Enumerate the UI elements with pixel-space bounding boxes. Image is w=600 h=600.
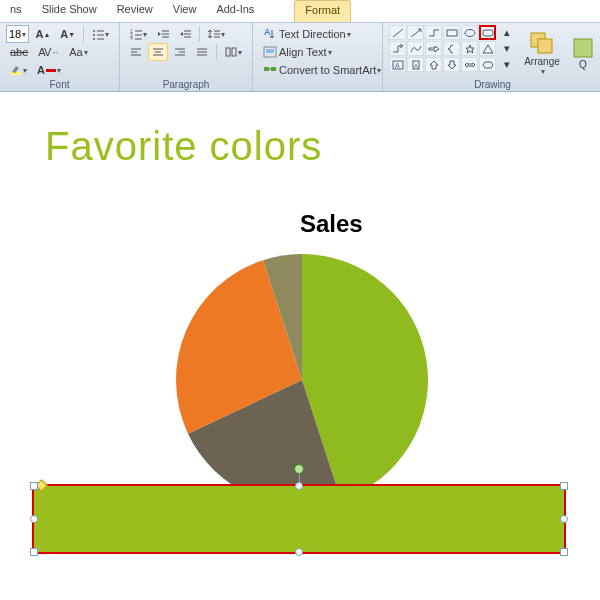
- grow-font-button[interactable]: A▲: [31, 25, 54, 43]
- align-center-button[interactable]: [148, 43, 168, 61]
- shapes-scroll-up[interactable]: ▴: [500, 25, 514, 40]
- text-direction-icon: A: [263, 27, 277, 41]
- svg-point-2: [93, 34, 95, 36]
- tab-slideshow[interactable]: Slide Show: [32, 0, 107, 22]
- shape-up-arrow[interactable]: [425, 57, 442, 72]
- shape-hexagon[interactable]: [479, 57, 496, 72]
- resize-handle-se[interactable]: [560, 548, 568, 556]
- resize-handle-s[interactable]: [295, 548, 303, 556]
- char-spacing-button[interactable]: AV↔: [34, 43, 63, 61]
- shape-rect[interactable]: [443, 25, 460, 40]
- drawing-group-label: Drawing: [383, 79, 600, 91]
- numbering-button[interactable]: 123▾: [126, 25, 151, 43]
- font-group: 18▾ A▲ A▼ ▾ abe AV↔ Aa▾ ▾ A▾ Font: [0, 23, 120, 91]
- columns-button[interactable]: ▾: [221, 43, 246, 61]
- svg-point-46: [465, 29, 475, 36]
- tab-addins[interactable]: Add-Ins: [206, 0, 264, 22]
- shape-rounded-rect[interactable]: [479, 25, 496, 40]
- decrease-indent-button[interactable]: [153, 25, 173, 43]
- resize-handle-w[interactable]: [30, 515, 38, 523]
- shape-oval[interactable]: [461, 25, 478, 40]
- svg-text:A: A: [264, 27, 271, 37]
- font-group-label: Font: [0, 79, 119, 91]
- paragraph-group: 123▾ ▾ ▾ Paragraph: [120, 23, 253, 91]
- shape-right-arrow[interactable]: [425, 41, 442, 56]
- svg-text:A: A: [414, 63, 418, 69]
- shape-star[interactable]: [461, 41, 478, 56]
- quick-styles-icon: [572, 37, 594, 59]
- resize-handle-sw[interactable]: [30, 548, 38, 556]
- align-right-button[interactable]: [170, 43, 190, 61]
- text-direction-button[interactable]: A Text Direction▾: [259, 25, 355, 43]
- svg-point-0: [93, 30, 95, 32]
- justify-button[interactable]: [192, 43, 212, 61]
- shape-triangle[interactable]: [479, 41, 496, 56]
- resize-handle-ne[interactable]: [560, 482, 568, 490]
- svg-rect-35: [226, 48, 230, 56]
- highlight-button[interactable]: ▾: [6, 61, 31, 79]
- strike-button[interactable]: abe: [6, 43, 32, 61]
- svg-text:3: 3: [130, 36, 133, 40]
- arrange-button[interactable]: Arrange ▾: [518, 25, 566, 81]
- slide-title[interactable]: Favorite colors: [45, 124, 322, 169]
- tab-partial[interactable]: ns: [0, 0, 32, 22]
- shape-double-arrow[interactable]: [461, 57, 478, 72]
- resize-handle-e[interactable]: [560, 515, 568, 523]
- shape-vtext[interactable]: A: [407, 57, 424, 72]
- drawing-group: A A ▴ ▾ ▾ Arrange ▾ Q: [383, 23, 600, 91]
- align-text-button[interactable]: Align Text▾: [259, 43, 336, 61]
- rotation-handle[interactable]: [294, 464, 304, 474]
- shrink-font-button[interactable]: A▼: [56, 25, 79, 43]
- svg-rect-6: [11, 72, 21, 75]
- ribbon: 18▾ A▲ A▼ ▾ abe AV↔ Aa▾ ▾ A▾ Font 123▾ ▾: [0, 22, 600, 92]
- tab-review[interactable]: Review: [107, 0, 163, 22]
- svg-rect-45: [447, 30, 457, 36]
- shape-brace[interactable]: [443, 41, 460, 56]
- svg-line-43: [393, 29, 403, 37]
- chart-title: Sales: [300, 210, 363, 238]
- svg-line-44: [411, 30, 420, 37]
- font-size-box[interactable]: 18▾: [6, 25, 29, 43]
- smartart-icon: [263, 63, 277, 77]
- svg-rect-47: [483, 30, 493, 36]
- bullets-button[interactable]: ▾: [88, 25, 113, 43]
- ribbon-tabs: ns Slide Show Review View Add-Ins Format: [0, 0, 600, 22]
- change-case-button[interactable]: Aa▾: [65, 43, 91, 61]
- shape-arrow[interactable]: [407, 25, 424, 40]
- convert-smartart-button[interactable]: Convert to SmartArt▾: [259, 61, 385, 79]
- svg-rect-41: [264, 67, 269, 71]
- align-text-icon: [263, 45, 277, 59]
- arrange-icon: [528, 30, 556, 56]
- shape-down-arrow[interactable]: [443, 57, 460, 72]
- shape-elbow-arrow[interactable]: [389, 41, 406, 56]
- shapes-gallery[interactable]: A A: [389, 25, 496, 72]
- text-options-group: A Text Direction▾ Align Text▾ Convert to…: [253, 23, 383, 91]
- line-spacing-button[interactable]: ▾: [204, 25, 229, 43]
- paragraph-group-label: Paragraph: [120, 79, 252, 91]
- increase-indent-button[interactable]: [175, 25, 195, 43]
- resize-handle-nw[interactable]: [30, 482, 38, 490]
- svg-rect-36: [232, 48, 236, 56]
- quick-styles-button[interactable]: Q: [570, 25, 596, 81]
- svg-rect-42: [271, 67, 276, 71]
- shape-line[interactable]: [389, 25, 406, 40]
- tab-view[interactable]: View: [163, 0, 207, 22]
- shapes-more[interactable]: ▾: [500, 57, 514, 72]
- svg-text:A: A: [395, 62, 400, 69]
- svg-point-4: [93, 38, 95, 40]
- shape-freeform[interactable]: [407, 41, 424, 56]
- shape-textbox[interactable]: A: [389, 57, 406, 72]
- slide-canvas: Favorite colors Sales: [0, 92, 600, 600]
- font-color-button[interactable]: A▾: [33, 61, 65, 79]
- selected-shape[interactable]: [33, 485, 565, 553]
- tab-format[interactable]: Format: [294, 0, 351, 22]
- svg-rect-7: [46, 69, 56, 72]
- align-left-button[interactable]: [126, 43, 146, 61]
- font-size-value: 18: [9, 28, 21, 40]
- svg-rect-53: [538, 39, 552, 53]
- svg-rect-54: [574, 39, 592, 57]
- shape-connector[interactable]: [425, 25, 442, 40]
- shapes-scroll-down[interactable]: ▾: [500, 41, 514, 56]
- resize-handle-n[interactable]: [295, 482, 303, 490]
